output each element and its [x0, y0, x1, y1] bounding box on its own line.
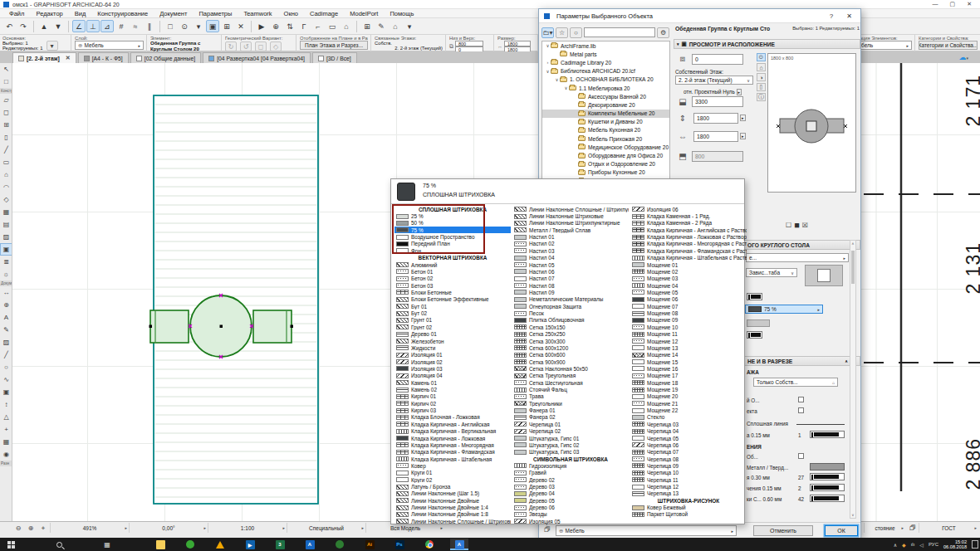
- width-options-button[interactable]: ▸: [740, 133, 746, 139]
- cut-fill-swatch[interactable]: [810, 463, 845, 471]
- view-tab-4[interactable]: [3D / Все]: [312, 52, 357, 63]
- tree-item[interactable]: Комплекты Мебельные 20: [542, 110, 669, 118]
- fill-item[interactable]: Огнеупорная Защита: [512, 303, 629, 310]
- tab-close-icon[interactable]: ✕: [66, 55, 71, 61]
- home-view-icon[interactable]: ⌂: [340, 20, 353, 32]
- cut-fill-value[interactable]: Металл / Тверд...: [747, 465, 788, 471]
- info-view-icon[interactable]: ⓘ: [757, 93, 766, 101]
- fill-item[interactable]: Линии Наклонные (Шаг 1.5): [394, 490, 511, 497]
- fill-item[interactable]: Кладка Кирпичная - Ложковая с Раствором: [630, 233, 747, 240]
- fill-item[interactable]: Настил 04: [512, 255, 629, 261]
- fill-item[interactable]: Мощение 16: [630, 365, 747, 372]
- fill-item[interactable]: Бетон 03: [394, 282, 511, 289]
- fill-item[interactable]: Черепица 05: [630, 435, 747, 441]
- menu-item-помощь[interactable]: Помощь: [384, 10, 419, 17]
- fill-item[interactable]: Штукатурка, Гипс 02: [512, 441, 629, 448]
- arrow-mode-icon[interactable]: ▶: [255, 20, 268, 32]
- fill-item[interactable]: Кладка Каменная - 2 Ряда: [630, 220, 747, 227]
- menu-item-modelport[interactable]: ModelPort: [344, 10, 384, 17]
- pen-chip[interactable]: [747, 331, 762, 339]
- hotspot-tool[interactable]: +: [0, 423, 12, 436]
- action-center-icon[interactable]: [972, 540, 978, 549]
- fill-item[interactable]: Изоляция 02: [394, 358, 511, 365]
- fill-item[interactable]: Линии Наклонные Двойные 1:4: [394, 504, 511, 510]
- ok-button[interactable]: ОК: [825, 525, 858, 536]
- tray-language[interactable]: РУС: [929, 542, 938, 547]
- plan-view-icon[interactable]: ⊙: [757, 53, 766, 61]
- cursor-snap-icon[interactable]: ∥: [143, 20, 156, 32]
- elevation-input[interactable]: 3300: [692, 96, 743, 107]
- fill-item[interactable]: Мощение 02: [630, 268, 747, 275]
- fill-item[interactable]: Кладка Кирпичная - Многорядная: [394, 441, 511, 448]
- redo-icon[interactable]: ↷: [17, 20, 30, 32]
- tree-item[interactable]: Аксессуары Ванной 20: [542, 92, 669, 100]
- fill-item[interactable]: Кладка Кирпичная - Фламандская: [394, 449, 511, 456]
- pen-chip[interactable]: [810, 473, 845, 480]
- plan-display-button[interactable]: План Этажа и Разрез...: [300, 41, 368, 50]
- diagonal-icon[interactable]: ◇: [270, 41, 282, 51]
- fill-item[interactable]: Дерево 06: [512, 504, 629, 510]
- view-tab-3[interactable]: [04 Развертка04 [04 Развертка04]: [203, 52, 311, 63]
- fill-item[interactable]: Черепица 04: [630, 428, 747, 435]
- grid-snap-icon[interactable]: #: [115, 20, 128, 32]
- view-tab-1[interactable]: [А4 - К - Ф5]: [78, 52, 129, 63]
- checkbox[interactable]: [798, 397, 804, 402]
- teamwork-cloud-icon[interactable]: ☁▾: [958, 53, 968, 61]
- fill-item[interactable]: Стоячий Фальц: [512, 386, 629, 393]
- dimension-tool[interactable]: ↔: [0, 286, 12, 299]
- fill-item[interactable]: Мощение 13: [630, 344, 747, 351]
- lamp-tool[interactable]: ☼: [0, 268, 12, 280]
- fill-item[interactable]: Дерево 04: [512, 490, 629, 497]
- fill-item[interactable]: Черепица 12: [630, 483, 747, 490]
- fill-item[interactable]: Мощение 10: [630, 324, 747, 330]
- fill-item[interactable]: Мощение 18: [630, 379, 747, 386]
- figure-tool[interactable]: ▦: [0, 436, 12, 448]
- fill-item[interactable]: Черепица 01: [512, 421, 629, 427]
- fill-item[interactable]: Гидроизоляция: [512, 462, 629, 469]
- fill-item[interactable]: Черепица 11: [630, 476, 747, 483]
- height-input[interactable]: 1800: [693, 113, 738, 124]
- fill-item[interactable]: Линии Наклонные Двойные 1:8: [394, 511, 511, 518]
- tree-expand-icon[interactable]: ∨: [545, 69, 551, 74]
- tree-expand-icon[interactable]: ∨: [563, 85, 569, 90]
- tree-expand-icon[interactable]: ›: [545, 60, 551, 65]
- fill-item[interactable]: Фон: [394, 247, 511, 254]
- fill-item[interactable]: Дерево 02: [512, 476, 629, 483]
- view-tab-2[interactable]: [02 Общие данные]: [130, 52, 201, 63]
- fill-item[interactable]: Изоляция 04: [394, 373, 511, 379]
- fill-item[interactable]: Изоляция 03: [394, 365, 511, 372]
- fill-item[interactable]: Ковер: [394, 462, 511, 469]
- window-tool[interactable]: ⊞: [0, 119, 12, 131]
- orientation-combo[interactable]: 0,00°▸: [129, 523, 208, 533]
- app-illustrator[interactable]: Ai: [360, 539, 379, 550]
- fill-item[interactable]: Настил 03: [512, 247, 629, 254]
- door-tool[interactable]: ◻: [0, 106, 12, 119]
- slab-tool[interactable]: ▭: [0, 156, 12, 168]
- fill-item[interactable]: Сетка 300x300: [512, 338, 629, 344]
- fill-item[interactable]: Сетка Треугольная: [512, 373, 629, 379]
- shell-tool[interactable]: ◠: [0, 181, 12, 193]
- fill-item[interactable]: Изоляция 06: [630, 206, 747, 212]
- ungroup-icon[interactable]: ✕: [234, 20, 247, 32]
- polyline-tool[interactable]: ∿: [0, 373, 12, 386]
- fill-item[interactable]: Круги 01: [394, 470, 511, 476]
- tree-item[interactable]: Мебель Прихожая 20: [542, 134, 669, 143]
- line-type-value[interactable]: Сплошная линия: [747, 421, 788, 427]
- curtain-wall-tool[interactable]: ▤: [0, 218, 12, 231]
- snap-guides-icon[interactable]: ⊥: [86, 20, 100, 32]
- fill-item[interactable]: Мощение 14: [630, 352, 747, 358]
- tree-item[interactable]: Кушетки и Диваны 20: [542, 118, 669, 126]
- fit-in-window-icon[interactable]: Γ: [297, 20, 311, 32]
- undo-icon[interactable]: ↶: [2, 20, 16, 32]
- gravity-icon[interactable]: ≈: [129, 20, 142, 32]
- fill-item[interactable]: Фанера 02: [512, 414, 629, 421]
- fill-item[interactable]: Мощение 11: [630, 330, 747, 337]
- fill-item[interactable]: Мощение 12: [630, 338, 747, 344]
- tree-item[interactable]: ∨ArchiFrame.lib: [542, 41, 669, 50]
- marquee-mode-icon[interactable]: □: [164, 20, 177, 32]
- fill-item[interactable]: 75 %: [394, 227, 511, 233]
- maximize-button[interactable]: ▢: [950, 1, 956, 7]
- tray-expand-icon[interactable]: ∧: [894, 542, 897, 548]
- fill-item[interactable]: Железобетон: [394, 338, 511, 344]
- params-scrollbar[interactable]: ∧∨: [850, 240, 856, 519]
